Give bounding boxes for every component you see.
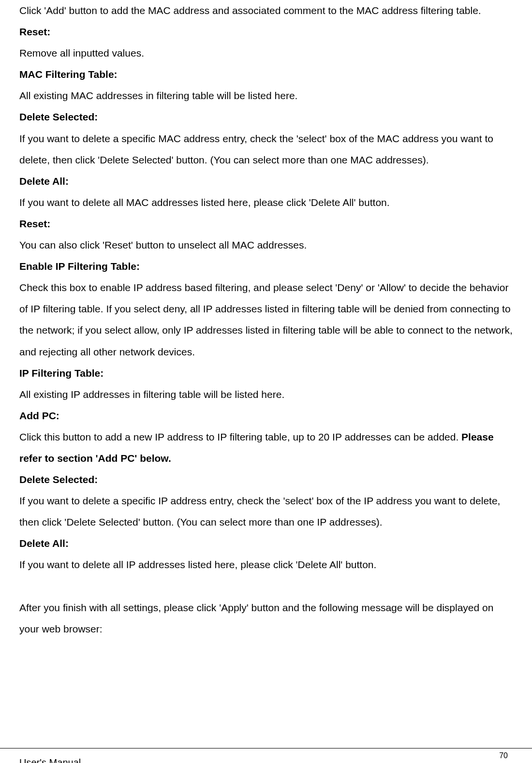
paragraph-enable-ip-filtering: Check this box to enable IP address base… — [19, 277, 513, 362]
page-content: Click 'Add' button to add the MAC addres… — [0, 0, 532, 640]
heading-delete-all-2: Delete All: — [19, 533, 513, 554]
paragraph-delete-all-2: If you want to delete all IP addresses l… — [19, 554, 513, 575]
paragraph-delete-selected-2: If you want to delete a specific IP addr… — [19, 490, 513, 533]
heading-ip-filtering-table: IP Filtering Table: — [19, 363, 513, 384]
heading-reset-2: Reset: — [19, 213, 513, 235]
heading-delete-selected-2: Delete Selected: — [19, 469, 513, 490]
heading-enable-ip-filtering: Enable IP Filtering Table: — [19, 256, 513, 277]
paragraph-mac-filtering-table: All existing MAC addresses in filtering … — [19, 85, 513, 106]
paragraph-apply: After you finish with all settings, plea… — [19, 597, 513, 640]
heading-delete-all-1: Delete All: — [19, 171, 513, 192]
paragraph-add: Click 'Add' button to add the MAC addres… — [19, 0, 513, 21]
paragraph-ip-filtering-table: All existing IP addresses in filtering t… — [19, 384, 513, 405]
heading-reset-1: Reset: — [19, 21, 513, 43]
paragraph-delete-selected-1: If you want to delete a specific MAC add… — [19, 128, 513, 171]
paragraph-reset-1: Remove all inputted values. — [19, 43, 513, 64]
paragraph-add-pc: Click this button to add a new IP addres… — [19, 426, 513, 469]
paragraph-add-pc-text: Click this button to add a new IP addres… — [19, 431, 461, 442]
page-footer: User's Manual 70 — [0, 748, 532, 753]
spacer — [19, 576, 513, 597]
heading-mac-filtering-table: MAC Filtering Table: — [19, 64, 513, 85]
page-number: 70 — [499, 751, 508, 760]
heading-delete-selected-1: Delete Selected: — [19, 106, 513, 128]
footer-title: User's Manual — [19, 757, 81, 763]
paragraph-delete-all-1: If you want to delete all MAC addresses … — [19, 192, 513, 213]
heading-add-pc: Add PC: — [19, 405, 513, 426]
paragraph-reset-2: You can also click 'Reset' button to uns… — [19, 235, 513, 256]
